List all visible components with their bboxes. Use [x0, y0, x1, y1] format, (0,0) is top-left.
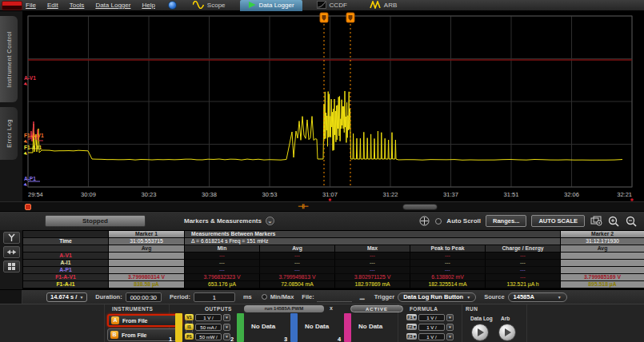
- cell-a-p1-m2: [561, 267, 644, 274]
- x-tick-label: 32:06: [564, 191, 579, 198]
- cell-f1-a-v1-p2p: 6.138802 mV: [410, 274, 486, 281]
- output3-number: 3: [284, 336, 287, 342]
- cell-a-v1-min: ---: [185, 253, 260, 260]
- datalog-play-button[interactable]: [471, 324, 489, 341]
- sample-rate-dropdown[interactable]: 14.674 s /▼: [46, 292, 87, 302]
- waveform-chart[interactable]: 29:5430:0930:2330:3830:5331:0731:2231:37…: [22, 11, 644, 201]
- formula-badge[interactable]: F1 ▾: [406, 314, 417, 320]
- menu-help[interactable]: Help: [142, 2, 154, 9]
- chart-controls: Auto Scroll Ranges... AUTO SCALE: [418, 215, 644, 228]
- menu-file[interactable]: File: [26, 2, 36, 9]
- max-header: Max: [335, 245, 410, 253]
- menu-bar: FileEditToolsData LoggerHelp: [26, 2, 155, 9]
- formula-f3-row: F3 ▾1 V /▼: [406, 332, 454, 340]
- cell-a-v1-charge: ---: [486, 253, 561, 260]
- ranges-button[interactable]: Ranges...: [486, 215, 526, 227]
- file-input[interactable]: [317, 292, 352, 302]
- app-tab-label: Scope: [207, 2, 226, 9]
- arb-icon: [370, 1, 381, 10]
- auto-scale-button[interactable]: AUTO SCALE: [531, 215, 585, 227]
- scrollbar-thumb[interactable]: [402, 204, 438, 210]
- x-tick-label: 31:37: [443, 191, 458, 198]
- benchvue-datalogger-app: FileEditToolsData LoggerHelp ScopeData L…: [0, 0, 644, 342]
- collapse-handle[interactable]: ▁: [358, 293, 366, 301]
- output4-color-bar: [344, 313, 351, 342]
- arb-play-button[interactable]: [498, 324, 516, 341]
- grid-view-icon[interactable]: [3, 260, 20, 272]
- marker1-header[interactable]: Marker 1: [109, 231, 185, 238]
- formula-scale-value[interactable]: 1 V /: [418, 324, 445, 331]
- channel-name: F1-A-I1: [24, 145, 42, 150]
- app-tab-scope[interactable]: Scope: [185, 0, 234, 11]
- auto-scroll-toggle[interactable]: [435, 218, 442, 225]
- statusbar-corner: [0, 290, 22, 304]
- channel-label-a-v1[interactable]: A-V1▶: [24, 75, 36, 87]
- channel-label-f1-a-v1[interactable]: F1-A-V1▶: [24, 133, 44, 145]
- chevron-down-icon[interactable]: ▼: [446, 314, 454, 321]
- chart-canvas[interactable]: 29:5430:0930:2330:3830:5331:0731:2231:37…: [22, 11, 644, 201]
- app-tab-data-logger[interactable]: Data Logger: [240, 0, 302, 11]
- trace-arrow-icon: ▶: [23, 139, 28, 145]
- play-icon: [478, 328, 484, 336]
- instrument-source-label: From File: [122, 332, 147, 338]
- marker-position-icon[interactable]: ⊣⊢: [298, 204, 307, 210]
- channel-label-f1-a-i1[interactable]: F1-A-I1▶: [24, 145, 42, 157]
- connection-status-icon[interactable]: [168, 1, 177, 10]
- chevron-down-icon[interactable]: ▼: [446, 333, 454, 340]
- pan-center-icon[interactable]: [418, 215, 430, 228]
- menu-tools[interactable]: Tools: [70, 2, 85, 9]
- close-tab-icon[interactable]: x: [330, 305, 333, 311]
- formula-scale-value[interactable]: 1 V /: [418, 333, 445, 340]
- chevron-down-icon[interactable]: ▼: [223, 324, 230, 331]
- formula-badge[interactable]: F2 ▾: [406, 324, 417, 330]
- formula-scale-value[interactable]: 1 V /: [418, 314, 445, 321]
- period-unit: ms: [243, 293, 252, 300]
- sample-rate-value: 14.674 s /: [50, 293, 77, 300]
- sidebar-tab-error-log[interactable]: Error Log: [0, 107, 18, 160]
- sidebar-tab-instrument-control[interactable]: Instrument Control: [0, 16, 18, 102]
- output-signal-badge: V1: [185, 314, 194, 320]
- duration-value[interactable]: 000:00:30: [126, 292, 162, 302]
- sidebar-tab-label: Instrument Control: [6, 31, 13, 88]
- output-scale-value[interactable]: 1 V /: [195, 314, 222, 321]
- menu-data-logger[interactable]: Data Logger: [95, 2, 130, 9]
- instrument-a-button[interactable]: AFrom File: [107, 314, 182, 327]
- cell-f1-a-v1-avg: 3.799949813 V: [260, 274, 335, 281]
- formula-badge[interactable]: F3 ▾: [406, 333, 417, 340]
- marker1-time: 31:05.553715: [109, 238, 185, 245]
- period-input[interactable]: 1: [194, 292, 235, 302]
- marker-tool-icon[interactable]: [3, 232, 20, 244]
- active-tab[interactable]: ACTIVE: [350, 305, 403, 312]
- trigger-dropdown[interactable]: Data Log Run Button▼: [398, 292, 476, 302]
- chevron-down-icon: ▼: [79, 295, 83, 300]
- chart-scrollbar[interactable]: ⊣⊢: [0, 201, 644, 211]
- zoom-region-icon[interactable]: [590, 215, 602, 228]
- cell-a-i1-p2p: ---: [410, 260, 486, 267]
- stopped-status-button[interactable]: Stopped: [45, 215, 146, 227]
- collapse-chevron-icon[interactable]: ⌄: [266, 217, 274, 225]
- output2-color-bar: [237, 313, 244, 342]
- chevron-down-icon[interactable]: ▼: [223, 333, 230, 340]
- cell-f1-a-i1-charge: 132.521 µA h: [486, 281, 561, 288]
- chevron-down-icon[interactable]: ▼: [446, 324, 454, 331]
- trigger-value: Data Log Run Button: [403, 293, 463, 300]
- app-tab-arb[interactable]: ARB: [362, 0, 405, 11]
- menu-edit[interactable]: Edit: [47, 2, 58, 9]
- source-dropdown[interactable]: 14585A▼: [508, 292, 567, 302]
- file-label: File:: [302, 293, 314, 300]
- app-tab-ccdf[interactable]: CCDF: [309, 0, 355, 11]
- output-scale-value[interactable]: 50 mW /: [195, 333, 222, 340]
- zoom-in-icon[interactable]: [607, 215, 620, 228]
- zoom-out-icon[interactable]: [625, 215, 638, 228]
- datalog-file-tab[interactable]: run 14585A PWM: [244, 305, 324, 312]
- chevron-down-icon[interactable]: ▼: [223, 314, 230, 321]
- channel-label-a-p1[interactable]: A-P1▶: [24, 176, 36, 188]
- measurements-table: Marker 1 Measurements Between Markers Ma…: [22, 230, 644, 289]
- marker2-header[interactable]: Marker 2: [561, 231, 644, 238]
- avg-header: Avg: [260, 245, 335, 253]
- cell-f1-a-i1-max: 182.97869 mA: [335, 281, 410, 288]
- app-logo-icon: [2, 1, 22, 10]
- output-scale-value[interactable]: 50 mA /: [195, 324, 222, 331]
- marker-jump-icon[interactable]: [3, 246, 20, 258]
- minmax-radio[interactable]: [262, 294, 267, 300]
